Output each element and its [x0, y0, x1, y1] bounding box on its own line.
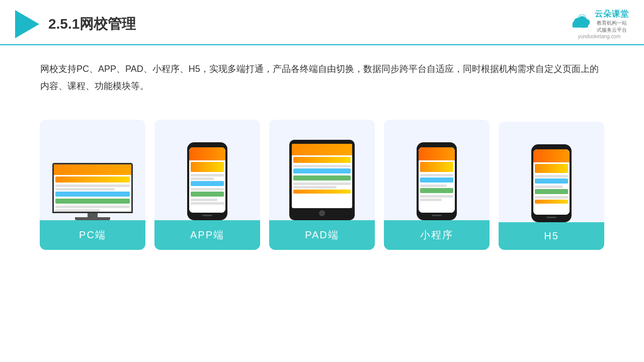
app-card: APP端	[154, 120, 260, 250]
pc-label: PC端	[40, 220, 145, 250]
pad-screen-content	[292, 144, 352, 208]
h5-label: H5	[499, 222, 604, 250]
miniprogram-phone-device	[417, 142, 457, 220]
tablet-home-button	[319, 210, 325, 216]
pad-label: PAD端	[269, 220, 375, 250]
pc-neck	[88, 213, 98, 217]
miniprogram-phone-body	[417, 142, 457, 220]
h5-image-area	[499, 122, 604, 222]
header-left: 2.5.1网校管理	[15, 10, 136, 38]
h5-phone-screen	[533, 149, 570, 215]
pad-card: PAD端	[269, 120, 375, 250]
app-phone-device	[187, 142, 227, 220]
miniprogram-image-area	[384, 120, 490, 220]
pc-base	[75, 217, 110, 220]
miniprogram-card: 小程序	[384, 120, 490, 250]
pad-tablet-body	[289, 140, 355, 220]
cloud-icon	[570, 14, 592, 29]
miniprogram-home-button	[432, 215, 442, 216]
app-label: APP端	[154, 220, 260, 250]
device-cards-container: PC端	[0, 105, 644, 265]
brand-tagline: 教育机构一站 式服务云平台	[597, 20, 629, 34]
h5-home-button	[546, 217, 556, 218]
miniprogram-phone-screen	[419, 147, 455, 213]
page-title: 2.5.1网校管理	[48, 15, 136, 34]
description-text: 网校支持PC、APP、PAD、小程序、H5，实现多端打通，产品各终端自由切换，数…	[0, 45, 644, 100]
phone-home-button	[202, 215, 212, 216]
brand-triangle-icon	[15, 10, 39, 38]
pad-tablet-device	[289, 140, 355, 220]
phone-notch	[200, 142, 214, 145]
miniprogram-screen-content	[419, 147, 455, 213]
h5-screen-content	[533, 149, 570, 215]
pc-image-area	[40, 120, 145, 220]
brand-area: 云朵课堂 教育机构一站 式服务云平台 yunduoketang.com	[570, 9, 629, 39]
pc-device	[52, 163, 133, 220]
miniprogram-phone-notch	[430, 142, 444, 145]
pad-image-area	[269, 120, 375, 220]
brand-name-cn: 云朵课堂 教育机构一站 式服务云平台	[595, 9, 629, 34]
pad-tablet-screen	[292, 144, 352, 208]
h5-phone-notch	[544, 144, 558, 147]
description-paragraph: 网校支持PC、APP、PAD、小程序、H5，实现多端打通，产品各终端自由切换，数…	[40, 60, 604, 95]
h5-phone-device	[531, 144, 572, 222]
page-header: 2.5.1网校管理 云朵课堂 教育机构一站 式服务云平台	[0, 0, 644, 45]
svg-rect-5	[573, 24, 588, 27]
pc-card: PC端	[40, 120, 145, 250]
app-image-area	[154, 120, 260, 220]
h5-card: H5	[499, 122, 604, 250]
app-screen-content	[189, 147, 225, 213]
miniprogram-label: 小程序	[384, 220, 490, 250]
app-phone-screen	[189, 147, 225, 213]
brand-logo: 云朵课堂 教育机构一站 式服务云平台	[570, 9, 629, 34]
h5-phone-body	[531, 144, 572, 222]
app-phone-body	[187, 142, 227, 220]
pc-screen	[52, 163, 133, 213]
brand-url: yunduoketang.com	[578, 34, 621, 39]
pc-screen-content	[54, 164, 131, 212]
